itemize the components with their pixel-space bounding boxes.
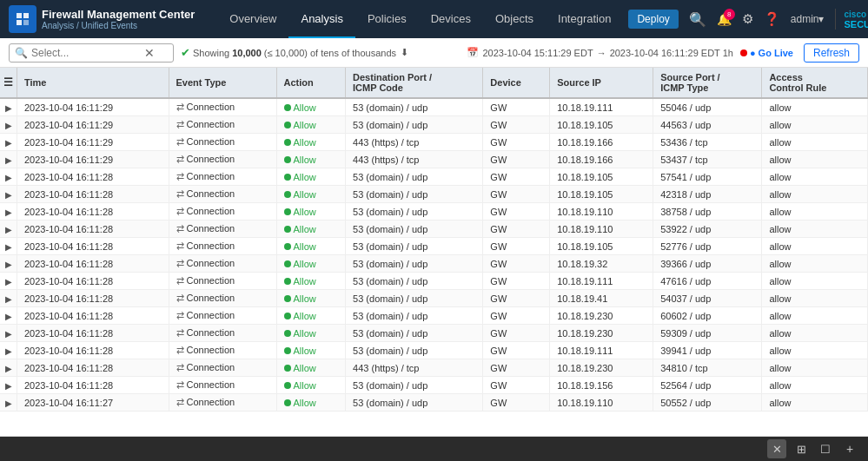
expand-button[interactable]: ▶ bbox=[5, 242, 12, 252]
action-dot bbox=[284, 347, 291, 354]
action-label: Allow bbox=[294, 207, 316, 217]
action-label: Allow bbox=[294, 293, 316, 304]
event-icon: ⇄ bbox=[176, 119, 184, 129]
expand-cell[interactable]: ▶ bbox=[0, 273, 17, 290]
time-cell: 2023-10-04 16:11:28 bbox=[17, 359, 169, 377]
expand-button[interactable]: ▶ bbox=[5, 277, 12, 286]
expand-button[interactable]: ▶ bbox=[5, 173, 12, 182]
deploy-button[interactable]: Deploy bbox=[628, 10, 678, 29]
table-row: ▶ 2023-10-04 16:11:28 ⇄Connection Allow … bbox=[0, 290, 868, 307]
sourceport-cell: 44563 / udp bbox=[653, 116, 762, 134]
expand-button[interactable]: ▶ bbox=[5, 225, 12, 234]
expand-button[interactable]: ▶ bbox=[5, 364, 12, 373]
event-icon: ⇄ bbox=[176, 240, 184, 251]
expand-cell[interactable]: ▶ bbox=[0, 168, 17, 186]
expand-cell[interactable]: ▶ bbox=[0, 116, 17, 134]
nav-analysis[interactable]: Analysis bbox=[288, 0, 354, 38]
table-settings-icon[interactable]: ☰ bbox=[3, 76, 13, 89]
admin-menu[interactable]: admin▾ bbox=[791, 13, 825, 25]
col-sourceip-header[interactable]: Source IP bbox=[550, 68, 653, 98]
expand-cell[interactable]: ▶ bbox=[0, 151, 17, 168]
nav-integration[interactable]: Integration bbox=[546, 0, 623, 38]
time-cell: 2023-10-04 16:11:28 bbox=[17, 238, 169, 255]
acr-cell: allow bbox=[762, 359, 868, 377]
expand-button[interactable]: ▶ bbox=[5, 346, 12, 356]
device-cell: GW bbox=[483, 377, 550, 394]
bottom-add-icon[interactable]: + bbox=[840, 439, 859, 458]
expand-button[interactable]: ▶ bbox=[5, 138, 12, 148]
expand-cell[interactable]: ▶ bbox=[0, 290, 17, 307]
search-input[interactable] bbox=[31, 47, 144, 59]
destport-cell: 53 (domain) / udp bbox=[346, 238, 483, 255]
expand-button[interactable]: ▶ bbox=[5, 312, 12, 321]
expand-button[interactable]: ▶ bbox=[5, 294, 12, 304]
help-icon[interactable]: ❓ bbox=[764, 11, 780, 27]
expand-cell[interactable]: ▶ bbox=[0, 186, 17, 203]
sourceip-cell: 10.18.19.110 bbox=[550, 203, 653, 221]
search-box[interactable]: 🔍 ✕ bbox=[9, 43, 174, 63]
time-range: 📅 2023-10-04 15:11:29 EDT → 2023-10-04 1… bbox=[467, 47, 733, 58]
acr-cell: allow bbox=[762, 151, 868, 168]
expand-cell[interactable]: ▶ bbox=[0, 359, 17, 377]
download-icon[interactable]: ⬇ bbox=[401, 47, 408, 58]
action-dot bbox=[284, 295, 291, 302]
expand-cell[interactable]: ▶ bbox=[0, 307, 17, 325]
nav-policies[interactable]: Policies bbox=[355, 0, 419, 38]
action-label: Allow bbox=[294, 328, 316, 339]
expand-cell[interactable]: ▶ bbox=[0, 221, 17, 238]
device-cell: GW bbox=[483, 290, 550, 307]
expand-cell[interactable]: ▶ bbox=[0, 238, 17, 255]
expand-cell[interactable]: ▶ bbox=[0, 255, 17, 273]
expand-button[interactable]: ▶ bbox=[5, 329, 12, 339]
go-live-button[interactable]: ● Go Live bbox=[740, 48, 793, 58]
showing-info: ✔ Showing 10,000 (≤ 10,000) of tens of t… bbox=[181, 46, 408, 59]
sourceip-cell: 10.18.19.111 bbox=[550, 342, 653, 359]
device-cell: GW bbox=[483, 151, 550, 168]
nav-objects[interactable]: Objects bbox=[483, 0, 546, 38]
expand-button[interactable]: ▶ bbox=[5, 207, 12, 217]
col-destport-header[interactable]: Destination Port /ICMP Code bbox=[346, 68, 483, 98]
expand-cell[interactable]: ▶ bbox=[0, 325, 17, 342]
bottom-grid-icon[interactable]: ⊞ bbox=[792, 439, 811, 458]
refresh-button[interactable]: Refresh bbox=[804, 43, 859, 63]
search-clear-icon[interactable]: ✕ bbox=[144, 46, 155, 60]
notification-badge: 8 bbox=[724, 9, 735, 20]
expand-cell[interactable]: ▶ bbox=[0, 203, 17, 221]
expand-cell[interactable]: ▶ bbox=[0, 342, 17, 359]
col-acr-header[interactable]: AccessControl Rule bbox=[762, 68, 868, 98]
expand-cell[interactable]: ▶ bbox=[0, 377, 17, 394]
eventtype-cell: ⇄Connection bbox=[169, 394, 276, 412]
expand-cell[interactable]: ▶ bbox=[0, 98, 17, 116]
col-action-header[interactable]: Action bbox=[276, 68, 346, 98]
expand-button[interactable]: ▶ bbox=[5, 260, 12, 269]
expand-button[interactable]: ▶ bbox=[5, 103, 12, 113]
expand-button[interactable]: ▶ bbox=[5, 190, 12, 200]
expand-cell[interactable]: ▶ bbox=[0, 134, 17, 151]
bottom-close-icon[interactable]: ✕ bbox=[767, 439, 786, 458]
table-container[interactable]: ☰ Time Event Type Action Destination Por… bbox=[0, 68, 868, 437]
expand-cell[interactable]: ▶ bbox=[0, 394, 17, 412]
search-icon[interactable]: 🔍 bbox=[689, 11, 706, 28]
expand-button[interactable]: ▶ bbox=[5, 121, 12, 130]
bottom-window-icon[interactable]: ☐ bbox=[816, 439, 835, 458]
col-time-header[interactable]: Time bbox=[17, 68, 169, 98]
col-sourceport-header[interactable]: Source Port /ICMP Type bbox=[653, 68, 762, 98]
action-dot bbox=[284, 330, 291, 337]
events-table: ☰ Time Event Type Action Destination Por… bbox=[0, 68, 868, 412]
nav-overview[interactable]: Overview bbox=[217, 0, 288, 38]
eventtype-cell: ⇄Connection bbox=[169, 307, 276, 325]
device-cell: GW bbox=[483, 98, 550, 116]
expand-button[interactable]: ▶ bbox=[5, 381, 12, 391]
destport-cell: 53 (domain) / udp bbox=[346, 116, 483, 134]
col-device-header[interactable]: Device bbox=[483, 68, 550, 98]
notification-icon[interactable]: 🔔8 bbox=[717, 12, 732, 26]
expand-button[interactable]: ▶ bbox=[5, 155, 12, 165]
sourceport-cell: 50552 / udp bbox=[653, 394, 762, 412]
col-eventtype-header[interactable]: Event Type bbox=[169, 68, 276, 98]
action-cell: Allow bbox=[276, 238, 346, 255]
device-cell: GW bbox=[483, 394, 550, 412]
settings-icon[interactable]: ⚙ bbox=[742, 11, 753, 27]
expand-button[interactable]: ▶ bbox=[5, 398, 12, 408]
nav-devices[interactable]: Devices bbox=[419, 0, 483, 38]
eventtype-cell: ⇄Connection bbox=[169, 255, 276, 273]
